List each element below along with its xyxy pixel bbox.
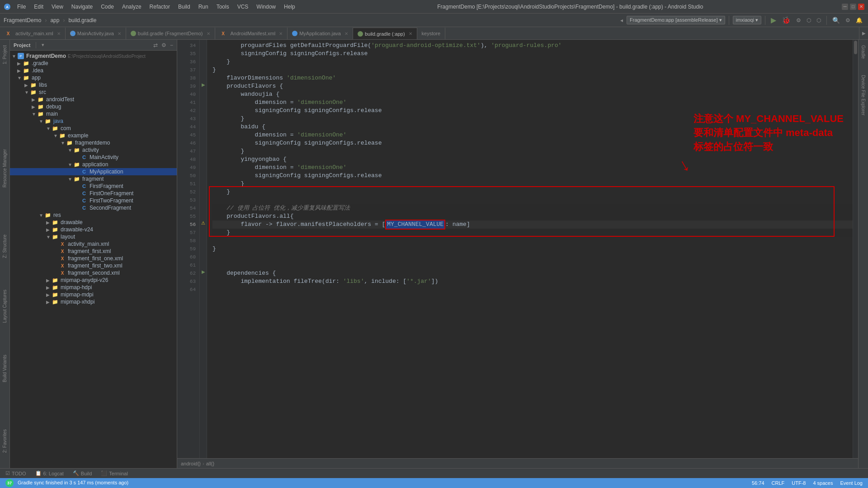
breadcrumb-file[interactable]: build.gradle [68,17,96,23]
tree-item-drawable-v24[interactable]: ▶ 📁 drawable-v24 [10,226,177,233]
expand-arrow-icon[interactable]: ▼ [12,54,17,59]
sidebar-tab-favorites[interactable]: 2: Favorites [1,426,8,456]
sidebar-tab-build-variants[interactable]: Build Variants [1,351,8,386]
tree-item-gradle-dir[interactable]: ▶ 📁 .gradle [10,60,177,67]
tab-close-icon[interactable]: ✕ [118,31,121,36]
run-config-dropdown[interactable]: FragmentDemo:app [assembleRelease] ▾ [627,16,725,24]
tree-item-mipmap-xhdpi[interactable]: ▶ 📁 mipmap-xhdpi [10,298,177,305]
tree-item-firsttwofragment[interactable]: ▶ C FirstTwoFragment [10,197,177,204]
tree-item-myapplication[interactable]: ▶ C MyApplication [10,168,177,175]
sidebar-tab-structure[interactable]: Z: Structure [1,231,8,262]
maximize-button[interactable]: □ [850,4,856,10]
expand-arrow-icon[interactable]: ▶ [46,285,52,290]
expand-arrow-icon[interactable]: ▼ [68,177,73,182]
tree-item-layout[interactable]: ▼ 📁 layout [10,233,177,240]
expand-arrow-icon[interactable]: ▼ [24,90,30,95]
code-editor[interactable]: 34 35 36 37 38 39 40 41 42 43 44 45 46 4… [177,40,858,458]
tree-item-fragment-folder[interactable]: ▼ 📁 fragment [10,175,177,183]
logcat-tab[interactable]: 📋 6: Logcat [33,470,66,476]
breadcrumb-app[interactable]: app [50,17,59,23]
tab-myapplication-java[interactable]: MyApplication.java ✕ [288,28,353,39]
gutter-line-56[interactable]: ⚠ [200,219,207,227]
run-button[interactable]: ▶ [771,16,776,24]
tab-keystore[interactable]: keystore [417,28,446,39]
code-content[interactable]: proguardFiles getDefaultProguardFile('pr… [207,40,853,458]
expand-arrow-icon[interactable]: ▼ [53,133,59,138]
tab-activity-main-xml[interactable]: X activity_main.xml ✕ [0,28,66,39]
tab-close-icon[interactable]: ✕ [57,31,61,36]
menu-navigate[interactable]: Navigate [68,3,96,11]
expand-arrow-icon[interactable]: ▶ [17,68,23,73]
notification-button[interactable]: 🔔 [856,17,863,23]
expand-arrow-icon[interactable]: ▼ [39,213,44,218]
todo-tab[interactable]: ☑ TODO [4,470,28,476]
expand-arrow-icon[interactable]: ▶ [24,83,30,88]
tree-item-fragment-first-xml[interactable]: ▶ X fragment_first.xml [10,248,177,255]
sidebar-tab-project[interactable]: 1: Project [1,42,8,68]
menu-edit[interactable]: Edit [30,3,47,11]
tree-item-firstfragment[interactable]: ▶ C FirstFragment [10,183,177,190]
menu-window[interactable]: Window [253,3,279,11]
tree-item-fragment-first-one-xml[interactable]: ▶ X fragment_first_one.xml [10,255,177,262]
tab-mainactivity-java[interactable]: C MainActivity.java ✕ [66,28,126,39]
expand-arrow-icon[interactable]: ▶ [46,220,52,225]
menu-code[interactable]: Code [97,3,118,11]
tab-close-icon[interactable]: ✕ [207,31,210,36]
tree-item-example[interactable]: ▼ 📁 example [10,132,177,139]
tree-item-drawable[interactable]: ▶ 📁 drawable [10,219,177,226]
tree-item-src[interactable]: ▼ 📁 src [10,89,177,96]
tree-item-app[interactable]: ▼ 📁 app [10,74,177,81]
back-button[interactable]: ◂ [620,17,623,23]
tree-item-mipmap-hdpi[interactable]: ▶ 📁 mipmap-hdpi [10,284,177,291]
tree-item-java[interactable]: ▼ 📁 java [10,117,177,125]
expand-arrow-icon[interactable]: ▶ [32,104,37,109]
hide-panel-icon[interactable]: − [170,42,173,48]
menu-refactor[interactable]: Refactor [146,3,174,11]
tab-build-gradle-app[interactable]: build.gradle (:app) ✕ [353,28,417,39]
sidebar-tab-layout-captures[interactable]: Layout Captures [1,286,8,326]
tab-close-icon[interactable]: ✕ [279,31,283,36]
gutter-line-39[interactable]: ▶ [200,80,207,89]
expand-arrow-icon[interactable]: ▼ [46,126,52,131]
menu-build[interactable]: Build [175,3,194,11]
expand-arrow-icon[interactable]: ▼ [39,119,44,124]
tree-item-androidtest[interactable]: ▶ 📁 androidTest [10,96,177,103]
tree-item-firstonefragment[interactable]: ▶ C FirstOneFragment [10,190,177,197]
user-dropdown[interactable]: imxiaoqi ▾ [733,16,761,24]
expand-arrow-icon[interactable]: ▼ [68,162,73,167]
tree-item-mipmap-mdpi[interactable]: ▶ 📁 mipmap-mdpi [10,291,177,298]
tab-close-icon[interactable]: ✕ [409,31,412,36]
expand-arrow-icon[interactable]: ▶ [46,300,52,305]
tab-androidmanifest-xml[interactable]: X AndroidManifest.xml ✕ [215,28,288,39]
tab-close-icon[interactable]: ✕ [344,31,348,36]
settings-button[interactable]: ⚙ [845,17,850,23]
coverage-button[interactable]: ⬡ [807,17,811,23]
project-panel-dropdown[interactable]: ▾ [42,42,44,48]
sidebar-tab-gradle[interactable]: Gradle [860,42,867,62]
debug-button[interactable]: 🐞 [782,16,791,24]
close-button[interactable]: ✕ [858,4,864,10]
menu-tools[interactable]: Tools [213,3,233,11]
expand-arrow-icon[interactable]: ▶ [46,227,52,232]
tree-item-activity-folder[interactable]: ▼ 📁 activity [10,146,177,154]
tree-item-root[interactable]: ▼ P FragmentDemo E:\Projects\zouqi\Andro… [10,52,177,60]
tree-item-res[interactable]: ▼ 📁 res [10,211,177,219]
search-everywhere-button[interactable]: 🔍 [832,17,840,24]
profile-button[interactable]: ⬡ [816,17,821,23]
build-tab[interactable]: 🔨 Build [71,470,94,476]
tree-item-mainactivity[interactable]: ▶ C MainActivity [10,154,177,161]
sidebar-tab-resource-manager[interactable]: Resource Manager [1,145,8,191]
expand-arrow-icon[interactable]: ▶ [46,278,52,283]
tree-item-idea[interactable]: ▶ 📁 .idea [10,67,177,74]
gutter-line-62[interactable]: ▶ [200,267,207,276]
menu-view[interactable]: View [48,3,67,11]
menu-analyze[interactable]: Analyze [118,3,145,11]
terminal-tab[interactable]: ⬛ Terminal [99,470,130,476]
tree-item-main[interactable]: ▼ 📁 main [10,110,177,117]
expand-arrow-icon[interactable]: ▶ [32,97,37,102]
menu-run[interactable]: Run [195,3,212,11]
tree-item-debug[interactable]: ▶ 📁 debug [10,103,177,110]
sync-icon[interactable]: ⇄ [153,42,158,48]
event-log[interactable]: Event Log [840,480,863,486]
expand-arrow-icon[interactable]: ▼ [68,148,73,153]
